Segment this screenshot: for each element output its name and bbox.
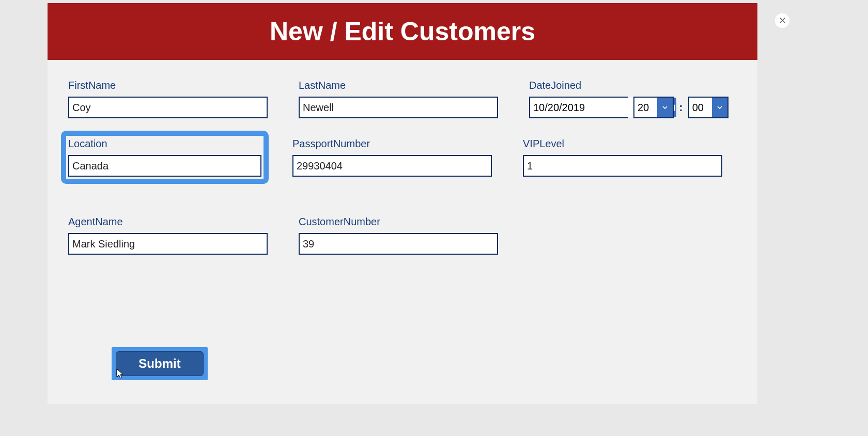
- close-icon: ✕: [779, 15, 786, 26]
- submit-button[interactable]: Submit: [116, 351, 204, 376]
- lastname-input[interactable]: [299, 97, 498, 118]
- passport-group: PassportNumber: [292, 138, 492, 196]
- firstname-label: FirstName: [68, 80, 268, 91]
- close-button[interactable]: ✕: [775, 13, 789, 28]
- chevron-down-icon: [716, 103, 724, 112]
- date-input-wrap: [529, 97, 628, 118]
- passport-input[interactable]: [292, 155, 492, 177]
- agentname-label: AgentName: [68, 216, 268, 228]
- firstname-group: FirstName: [68, 80, 268, 118]
- modal-title: New / Edit Customers: [270, 17, 535, 46]
- datejoined-label: DateJoined: [529, 80, 729, 91]
- viplevel-label: VIPLevel: [523, 138, 722, 150]
- form-body: FirstName LastName DateJoined: [48, 60, 757, 285]
- location-label: Location: [68, 138, 261, 150]
- customernumber-label: CustomerNumber: [299, 216, 498, 228]
- form-row-3: AgentName CustomerNumber: [68, 216, 737, 255]
- datejoined-group: DateJoined 20 :: [529, 80, 729, 118]
- viplevel-input[interactable]: [523, 155, 722, 177]
- agentname-group: AgentName: [68, 216, 268, 255]
- time-separator: :: [679, 101, 683, 114]
- chevron-down-icon: [661, 103, 669, 112]
- date-controls: 20 : 00: [529, 97, 729, 118]
- minute-value: 00: [689, 98, 712, 117]
- location-group: Location: [65, 135, 265, 180]
- customernumber-group: CustomerNumber: [299, 216, 498, 255]
- minute-dropdown-button[interactable]: [712, 98, 727, 117]
- minute-select[interactable]: 00: [688, 97, 729, 118]
- agentname-input[interactable]: [68, 233, 268, 255]
- passport-label: PassportNumber: [292, 138, 492, 150]
- modal-header: New / Edit Customers: [48, 3, 757, 60]
- hour-value: 20: [634, 98, 657, 117]
- form-row-2: Location PassportNumber VIPLevel: [68, 138, 737, 196]
- lastname-label: LastName: [299, 80, 498, 91]
- firstname-input[interactable]: [68, 97, 268, 118]
- lastname-group: LastName: [299, 80, 498, 118]
- customer-modal: New / Edit Customers ✕ FirstName LastNam…: [48, 3, 757, 404]
- viplevel-group: VIPLevel: [523, 138, 722, 196]
- customernumber-input[interactable]: [299, 233, 498, 255]
- submit-highlight: Submit: [112, 347, 208, 380]
- form-row-1: FirstName LastName DateJoined: [68, 80, 737, 118]
- hour-dropdown-button[interactable]: [657, 98, 673, 117]
- location-input[interactable]: [68, 155, 261, 177]
- hour-select[interactable]: 20: [633, 97, 674, 118]
